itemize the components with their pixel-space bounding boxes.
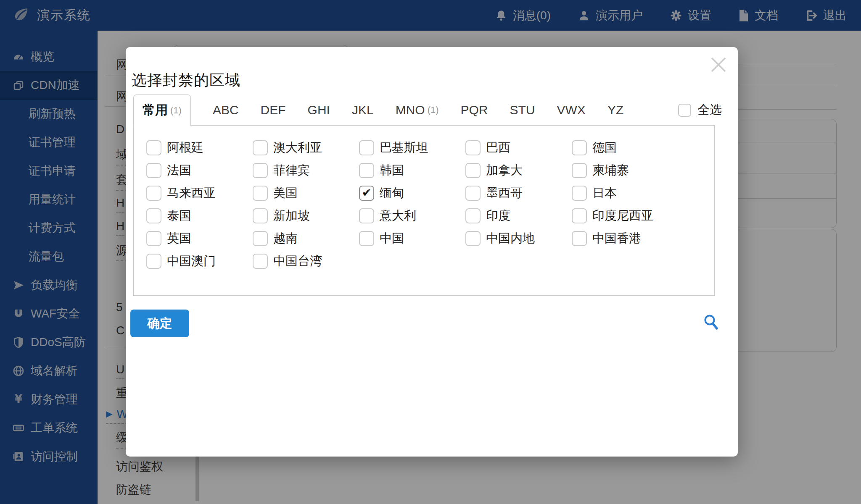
country-checkbox-item[interactable]: 中国	[359, 231, 465, 246]
region-tabs: 常用 (1) ABC DEF GHI JKL MNO (1) PQR STU V…	[133, 94, 722, 126]
tab-count: (1)	[428, 105, 439, 116]
country-checkbox-item[interactable]: 中国香港	[572, 231, 678, 246]
tab-vwx[interactable]: VWX	[557, 94, 586, 126]
country-label: 意大利	[380, 207, 416, 224]
country-checkbox-item[interactable]: 印度尼西亚	[572, 208, 678, 223]
checkbox[interactable]	[359, 231, 374, 246]
tab-common[interactable]: 常用 (1)	[133, 94, 191, 126]
country-label: 马来西亚	[167, 185, 216, 202]
country-label: 缅甸	[380, 185, 404, 202]
country-label: 澳大利亚	[273, 139, 322, 156]
country-checkbox-item[interactable]: 中国澳门	[146, 253, 253, 269]
tab-yz[interactable]: YZ	[607, 94, 623, 126]
tab-label: 常用	[143, 102, 168, 119]
checkbox[interactable]	[465, 163, 481, 178]
country-label: 中国	[380, 230, 404, 247]
checkbox[interactable]	[253, 186, 268, 201]
country-checkbox-item[interactable]: 中国内地	[465, 231, 572, 246]
checkbox[interactable]	[359, 140, 374, 155]
country-label: 法国	[167, 162, 191, 179]
country-label: 阿根廷	[167, 139, 203, 156]
tab-stu[interactable]: STU	[510, 94, 535, 126]
checkbox[interactable]	[146, 163, 161, 178]
country-checkbox-item[interactable]: 巴西	[465, 140, 572, 155]
country-checkbox-item[interactable]: 德国	[572, 140, 678, 155]
checkbox[interactable]	[572, 163, 587, 178]
country-label: 新加坡	[273, 207, 310, 224]
region-block-dialog: 选择封禁的区域 常用 (1) ABC DEF GHI JKL MNO (1) P…	[126, 47, 738, 457]
country-checkbox-item[interactable]: 澳大利亚	[253, 140, 359, 155]
select-all-checkbox[interactable]: 全选	[678, 94, 722, 126]
checkbox[interactable]	[572, 231, 587, 246]
checkbox[interactable]	[359, 163, 374, 178]
country-label: 美国	[273, 185, 298, 202]
country-checkbox-item[interactable]: 日本	[572, 185, 678, 201]
country-grid: 阿根廷 澳大利亚 巴基斯坦 巴西 德国 法国	[133, 125, 715, 296]
country-checkbox-item[interactable]: 韩国	[359, 163, 465, 178]
checkbox[interactable]	[253, 231, 268, 246]
country-label: 中国台湾	[273, 253, 322, 270]
country-checkbox-item[interactable]: ✔ 缅甸	[359, 185, 465, 201]
checkbox[interactable]	[253, 163, 268, 178]
country-checkbox-item[interactable]: 新加坡	[253, 208, 359, 223]
checkbox[interactable]	[146, 254, 161, 269]
checkbox[interactable]	[253, 208, 268, 223]
country-label: 菲律宾	[273, 162, 310, 179]
country-label: 英国	[167, 230, 191, 247]
tab-mno[interactable]: MNO (1)	[396, 94, 439, 126]
country-label: 墨西哥	[486, 185, 523, 202]
country-label: 印度尼西亚	[592, 207, 653, 224]
country-checkbox-item[interactable]: 柬埔寨	[572, 163, 678, 178]
checkbox[interactable]	[572, 140, 587, 155]
checkbox[interactable]	[572, 186, 587, 201]
country-label: 中国香港	[592, 230, 641, 247]
checkbox[interactable]	[253, 254, 268, 269]
close-icon[interactable]	[708, 55, 729, 75]
country-label: 巴西	[486, 139, 510, 156]
checkbox[interactable]	[146, 140, 161, 155]
country-label: 柬埔寨	[592, 162, 629, 179]
country-checkbox-item[interactable]: 马来西亚	[146, 185, 253, 201]
checkbox[interactable]	[359, 208, 374, 223]
country-label: 印度	[486, 207, 510, 224]
confirm-button[interactable]: 确定	[130, 310, 189, 337]
checkbox[interactable]	[465, 231, 481, 246]
country-checkbox-item[interactable]: 中国台湾	[253, 253, 359, 269]
checkbox[interactable]	[572, 208, 587, 223]
country-label: 中国内地	[486, 230, 535, 247]
country-label: 日本	[592, 185, 617, 202]
tab-count: (1)	[170, 105, 182, 116]
tab-ghi[interactable]: GHI	[308, 94, 330, 126]
checkbox[interactable]	[465, 208, 481, 223]
country-checkbox-item[interactable]: 菲律宾	[253, 163, 359, 178]
tab-jkl[interactable]: JKL	[352, 94, 374, 126]
tab-pqr[interactable]: PQR	[461, 94, 488, 126]
checkbox[interactable]	[146, 208, 161, 223]
checkbox[interactable]	[465, 186, 481, 201]
country-label: 加拿大	[486, 162, 523, 179]
checkbox[interactable]: ✔	[359, 186, 374, 201]
country-checkbox-item[interactable]: 英国	[146, 231, 253, 246]
country-checkbox-item[interactable]: 墨西哥	[465, 185, 572, 201]
country-checkbox-item[interactable]: 印度	[465, 208, 572, 223]
country-label: 中国澳门	[167, 253, 216, 270]
country-checkbox-item[interactable]: 加拿大	[465, 163, 572, 178]
search-icon[interactable]	[703, 313, 720, 333]
checkbox[interactable]	[678, 104, 691, 117]
tab-def[interactable]: DEF	[261, 94, 286, 126]
country-checkbox-item[interactable]: 巴基斯坦	[359, 140, 465, 155]
checkbox[interactable]	[465, 140, 481, 155]
screen: 演示系统 消息(0) 演示用户	[0, 0, 861, 504]
checkbox[interactable]	[253, 140, 268, 155]
country-checkbox-item[interactable]: 意大利	[359, 208, 465, 223]
checkbox[interactable]	[146, 231, 161, 246]
country-checkbox-item[interactable]: 法国	[146, 163, 253, 178]
checkbox[interactable]	[146, 186, 161, 201]
select-all-label: 全选	[697, 102, 722, 118]
tab-abc[interactable]: ABC	[213, 94, 239, 126]
country-checkbox-item[interactable]: 泰国	[146, 208, 253, 223]
country-checkbox-item[interactable]: 越南	[253, 231, 359, 246]
country-label: 泰国	[167, 207, 191, 224]
country-checkbox-item[interactable]: 美国	[253, 185, 359, 201]
country-checkbox-item[interactable]: 阿根廷	[146, 140, 253, 155]
